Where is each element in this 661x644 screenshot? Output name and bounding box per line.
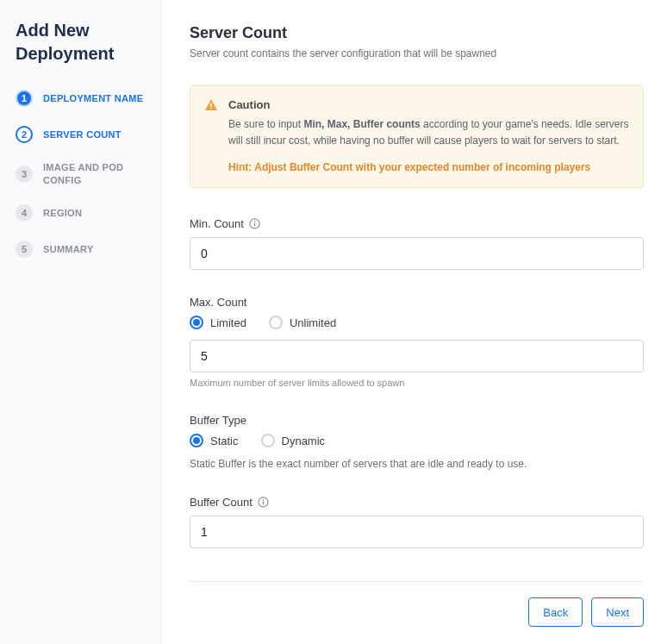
- min-count-label-row: Min. Count: [190, 217, 644, 230]
- step-label-line2: CONFIG: [43, 175, 123, 185]
- sidebar-title: Add New Deployment: [16, 19, 147, 66]
- info-icon[interactable]: [258, 497, 269, 508]
- step-summary: 5 SUMMARY: [16, 241, 147, 258]
- main-panel: Server Count Server count contains the s…: [162, 0, 661, 644]
- max-count-label: Max. Count: [190, 296, 246, 309]
- page-subtitle: Server count contains the server configu…: [190, 47, 644, 59]
- step-label: SERVER COUNT: [43, 129, 122, 140]
- radio-limited[interactable]: Limited: [190, 316, 246, 329]
- step-number: 3: [16, 166, 33, 183]
- caution-body-bold: Min, Max, Buffer counts: [303, 118, 420, 130]
- radio-circle: [190, 434, 203, 447]
- caution-hint: Hint: Adjust Buffer Count with your expe…: [228, 161, 629, 173]
- svg-rect-0: [210, 103, 212, 108]
- step-region: 4 REGION: [16, 204, 147, 222]
- svg-rect-3: [254, 223, 255, 227]
- caution-body: Be sure to input Min, Max, Buffer counts…: [228, 116, 629, 149]
- svg-rect-6: [263, 502, 264, 505]
- app-root: Add New Deployment 1 DEPLOYMENT NAME 2 S…: [0, 0, 661, 644]
- field-min-count: Min. Count: [190, 217, 644, 270]
- step-number: 2: [16, 126, 33, 143]
- radio-static[interactable]: Static: [190, 434, 239, 447]
- radio-label: Static: [210, 435, 239, 447]
- radio-label: Limited: [210, 316, 246, 329]
- radio-dynamic[interactable]: Dynamic: [261, 434, 326, 447]
- field-buffer-count: Buffer Count: [190, 496, 644, 548]
- radio-label: Unlimited: [290, 316, 336, 329]
- caution-body-a: Be sure to input: [228, 118, 303, 130]
- caution-box: Caution Be sure to input Min, Max, Buffe…: [190, 85, 644, 188]
- buffer-type-radio-group: Static Dynamic: [190, 434, 644, 447]
- svg-rect-7: [263, 500, 264, 501]
- next-button[interactable]: Next: [591, 597, 644, 627]
- step-deployment-name[interactable]: 1 DEPLOYMENT NAME: [16, 90, 147, 107]
- max-count-helper: Maximum number of server limits allowed …: [190, 378, 644, 388]
- svg-rect-4: [254, 222, 255, 222]
- buffer-count-input[interactable]: [190, 516, 644, 548]
- radio-label: Dynamic: [282, 435, 326, 447]
- radio-circle: [269, 316, 283, 329]
- field-buffer-type: Buffer Type Static Dynamic Static Buffer…: [190, 414, 644, 470]
- field-max-count: Max. Count Limited Unlimited Maximum num…: [190, 296, 644, 388]
- step-number: 1: [16, 90, 33, 107]
- min-count-label: Min. Count: [190, 217, 244, 230]
- step-image-pod: 3 IMAGE AND POD CONFIG: [16, 162, 147, 185]
- buffer-type-label: Buffer Type: [190, 414, 246, 427]
- wizard-footer: Back Next: [190, 581, 644, 627]
- step-label: REGION: [43, 208, 82, 218]
- wizard-steps: 1 DEPLOYMENT NAME 2 SERVER COUNT 3 IMAGE…: [16, 90, 147, 258]
- page-title: Server Count: [190, 24, 644, 42]
- info-icon[interactable]: [249, 218, 260, 229]
- step-label: SUMMARY: [43, 244, 94, 254]
- max-count-radio-group: Limited Unlimited: [190, 316, 644, 329]
- buffer-type-desc: Static Buffer is the exact number of ser…: [190, 458, 644, 470]
- back-button[interactable]: Back: [528, 597, 583, 627]
- step-label-line1: IMAGE AND POD: [43, 162, 123, 172]
- radio-circle: [261, 434, 275, 447]
- min-count-input[interactable]: [190, 237, 644, 270]
- buffer-count-label-row: Buffer Count: [190, 496, 644, 509]
- caution-title: Caution: [228, 98, 629, 111]
- buffer-count-label: Buffer Count: [190, 496, 253, 509]
- radio-circle: [190, 316, 203, 329]
- step-label: DEPLOYMENT NAME: [43, 93, 143, 103]
- wizard-sidebar: Add New Deployment 1 DEPLOYMENT NAME 2 S…: [0, 0, 162, 644]
- step-number: 4: [16, 204, 33, 222]
- warning-icon: [204, 98, 218, 116]
- radio-unlimited[interactable]: Unlimited: [269, 316, 336, 329]
- svg-rect-1: [210, 108, 212, 109]
- max-count-input[interactable]: [190, 340, 644, 372]
- step-server-count[interactable]: 2 SERVER COUNT: [16, 126, 147, 143]
- step-number: 5: [16, 241, 33, 258]
